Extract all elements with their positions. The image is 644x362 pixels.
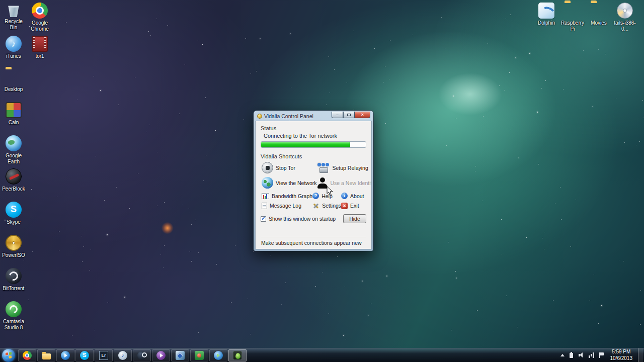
taskbar-app-itunes[interactable] xyxy=(114,349,132,361)
chrome-icon xyxy=(23,351,32,360)
shortcut-label: Help xyxy=(321,193,333,199)
desktop-icon-label: Raspberry Pi xyxy=(559,20,586,32)
disc-icon xyxy=(617,3,633,19)
desktop-icon-label: Dolphin xyxy=(533,20,559,26)
itunes-icon xyxy=(6,36,22,52)
close-button[interactable]: × xyxy=(355,112,370,118)
identity-silhouette-icon xyxy=(317,177,328,189)
new-identity-button[interactable]: Use a New Identity xyxy=(317,177,372,189)
taskbar-app-chrome[interactable] xyxy=(18,349,36,361)
message-log-button[interactable]: Message Log xyxy=(262,202,312,209)
action-center-icon[interactable] xyxy=(598,352,605,358)
desktop-icon-row-right: Dolphin Raspberry Pi Movies tails-i386-0… xyxy=(533,2,638,35)
minimize-button[interactable]: – xyxy=(332,112,343,118)
desktop-icon-google-chrome[interactable]: Google Chrome xyxy=(27,2,53,35)
exit-button[interactable]: Exit xyxy=(341,202,364,209)
media-player-classic-icon xyxy=(156,351,166,360)
desktop-icon-dolphin[interactable]: Dolphin xyxy=(533,2,559,35)
shortcuts-group-label: Vidalia Shortcuts xyxy=(261,153,366,159)
lightroom-icon: Lr xyxy=(99,351,108,360)
network-icon[interactable] xyxy=(588,352,595,358)
taskbar-app-media-center[interactable] xyxy=(209,349,227,361)
desktop-icon-label: PeerBlock xyxy=(1,186,27,192)
poweriso-icon xyxy=(6,235,22,251)
desktop-icon-skype[interactable]: Skype xyxy=(1,201,27,234)
desktop-icon-peerblock[interactable]: PeerBlock xyxy=(1,168,27,201)
vidalia-icon xyxy=(233,351,242,360)
desktop-icon-desktop-folder[interactable]: Desktop xyxy=(1,68,27,102)
caption-buttons: – × xyxy=(332,112,370,118)
skype-icon xyxy=(6,202,22,218)
vidalia-onion-icon xyxy=(257,114,262,119)
taskbar-app-vidalia[interactable] xyxy=(228,349,247,361)
desktop-icon-movies[interactable]: Movies xyxy=(586,2,612,35)
shortcut-label: Settings xyxy=(322,203,341,209)
desktop-icon-tails-iso[interactable]: tails-i386-0... xyxy=(612,2,638,35)
desktop-icon-recycle-bin[interactable]: Recycle Bin xyxy=(1,2,27,35)
show-on-startup-checkbox[interactable]: ✓ Show this window on startup xyxy=(261,216,336,222)
window-body: Status Connecting to the Tor network Vid… xyxy=(255,121,372,249)
desktop: Recycle Bin iTunes Desktop Cain Google E… xyxy=(0,0,644,362)
virtualbox-icon xyxy=(176,351,185,360)
shortcuts-small-grid: Bandwidth Graph Help About Message Log S… xyxy=(262,193,366,209)
clock[interactable]: 5:59 PM 10/6/2013 xyxy=(608,349,635,361)
window-titlebar[interactable]: Vidalia Control Panel – × xyxy=(255,112,372,121)
taskbar-app-camtasia-recorder[interactable] xyxy=(190,349,208,361)
show-hidden-icons-button[interactable] xyxy=(560,354,565,356)
clock-time: 5:59 PM xyxy=(610,349,633,355)
bittorrent-icon xyxy=(6,268,22,284)
desktop-icon-column-left: Recycle Bin iTunes Desktop Cain Google E… xyxy=(1,2,27,334)
desktop-icon-camtasia[interactable]: Camtasia Studio 8 xyxy=(1,301,27,334)
setup-relaying-button[interactable]: Setup Relaying xyxy=(317,162,372,173)
checkmark-icon: ✓ xyxy=(261,215,266,222)
taskbar-app-steam[interactable] xyxy=(133,349,151,361)
hide-button[interactable]: Hide xyxy=(343,214,366,223)
view-network-button[interactable]: View the Network xyxy=(262,177,317,189)
stop-tor-icon xyxy=(262,162,273,173)
network-globe-icon xyxy=(262,177,273,189)
taskbar: Lr 5:59 PM 10/6/2013 xyxy=(0,348,644,362)
taskbar-app-media-player-classic[interactable] xyxy=(152,349,170,361)
volume-icon[interactable] xyxy=(578,352,585,358)
desktop-icon-google-earth[interactable]: Google Earth xyxy=(1,135,27,168)
help-button[interactable]: Help xyxy=(312,193,341,199)
about-button[interactable]: About xyxy=(341,193,364,199)
desktop-icon-itunes[interactable]: iTunes xyxy=(1,35,27,68)
vidalia-window: Vidalia Control Panel – × Status Connect… xyxy=(254,111,373,251)
taskbar-app-lightroom[interactable]: Lr xyxy=(95,349,113,361)
video-file-icon xyxy=(32,36,48,52)
desktop-icon-bittorrent[interactable]: BitTorrent xyxy=(1,267,27,301)
stop-tor-button[interactable]: Stop Tor xyxy=(262,162,317,173)
settings-icon xyxy=(312,202,319,209)
desktop-icon-poweriso[interactable]: PowerISO xyxy=(1,234,27,267)
desktop-icon-label: iTunes xyxy=(1,53,27,59)
desktop-icon-label: PowerISO xyxy=(1,252,27,258)
tor-status-text: Connecting to the Tor network xyxy=(264,133,366,139)
desktop-icon-label: tor1 xyxy=(27,53,53,59)
peerblock-icon xyxy=(6,168,22,185)
taskbar-app-skype[interactable] xyxy=(75,349,94,361)
windows-media-center-icon xyxy=(214,351,223,360)
shortcut-label: Use a New Identity xyxy=(331,180,372,186)
clock-date: 10/6/2013 xyxy=(610,355,633,362)
taskbar-app-explorer[interactable] xyxy=(37,349,55,361)
desktop-icon-tor1[interactable]: tor1 xyxy=(27,35,53,68)
desktop-icon-column-second: Google Chrome tor1 xyxy=(27,2,53,68)
checkbox-box: ✓ xyxy=(261,216,266,222)
power-icon[interactable] xyxy=(568,352,575,358)
taskbar-app-media-player[interactable] xyxy=(56,349,74,361)
shortcut-label: About xyxy=(350,193,364,199)
show-desktop-button[interactable] xyxy=(638,348,643,362)
start-button[interactable] xyxy=(2,349,15,362)
shortcut-label: Bandwidth Graph xyxy=(272,193,312,199)
steam-icon xyxy=(137,351,146,360)
maximize-button[interactable] xyxy=(343,112,355,118)
desktop-icon-raspberry-pi[interactable]: Raspberry Pi xyxy=(559,2,586,35)
relay-nodes-icon xyxy=(317,162,330,173)
shortcut-label: Setup Relaying xyxy=(333,165,368,171)
settings-button[interactable]: Settings xyxy=(312,202,341,209)
desktop-icon-cain[interactable]: Cain xyxy=(1,102,27,135)
bandwidth-graph-button[interactable]: Bandwidth Graph xyxy=(262,193,312,199)
cain-icon xyxy=(6,102,22,118)
taskbar-app-virtualbox[interactable] xyxy=(171,349,189,361)
